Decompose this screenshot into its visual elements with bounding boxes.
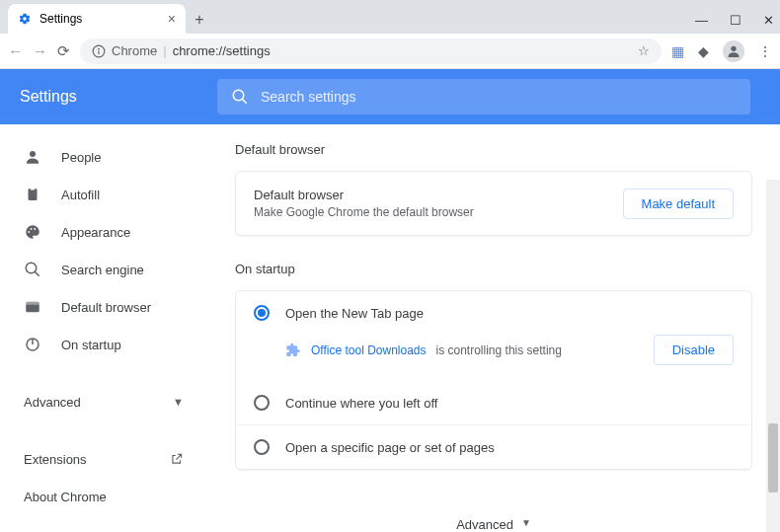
sidebar-item-search-engine[interactable]: Search engine — [0, 251, 207, 288]
forward-icon[interactable]: → — [33, 42, 47, 59]
section-default-browser: Default browser — [235, 142, 752, 157]
chevron-down-icon: ▼ — [521, 517, 531, 532]
sidebar-item-label: Default browser — [61, 300, 151, 315]
sidebar-item-label: On startup — [61, 338, 121, 352]
extension-puzzle-icon — [285, 342, 301, 358]
menu-icon[interactable]: ⋮ — [758, 43, 772, 59]
sidebar: People Autofill Appearance Search engine… — [0, 124, 207, 532]
settings-content: Default browser Default browser Make Goo… — [207, 124, 780, 532]
sidebar-item-label: Search engine — [61, 263, 144, 277]
svg-point-10 — [31, 228, 33, 230]
gear-icon — [18, 12, 32, 26]
svg-line-13 — [35, 271, 39, 276]
sidebar-about-label: About Chrome — [24, 490, 107, 504]
extension-controlling-row: Office tool Downloads is controlling thi… — [236, 335, 751, 381]
page-title: Settings — [20, 88, 178, 106]
search-input[interactable] — [261, 89, 737, 105]
sidebar-item-appearance[interactable]: Appearance — [0, 213, 207, 251]
url-divider: | — [163, 43, 166, 58]
site-info-icon — [92, 44, 106, 58]
clipboard-icon — [24, 186, 41, 203]
make-default-button[interactable]: Make default — [623, 189, 734, 219]
radio-open-new-tab[interactable]: Open the New Tab page — [236, 291, 751, 335]
url-scheme-label: Chrome — [112, 43, 157, 58]
radio-label: Continue where you left off — [285, 396, 437, 411]
extension2-icon[interactable]: ◆ — [698, 43, 709, 59]
advanced-footer-label: Advanced — [456, 517, 513, 532]
sidebar-advanced[interactable]: Advanced ▼ — [0, 383, 207, 420]
power-icon — [24, 336, 41, 353]
window-controls: — ☐ ✕ — [685, 13, 780, 34]
browser-icon — [24, 298, 41, 316]
default-browser-sub: Make Google Chrome the default browser — [254, 205, 474, 219]
sidebar-about-chrome[interactable]: About Chrome — [0, 478, 207, 515]
close-button[interactable]: ✕ — [763, 13, 774, 28]
palette-icon — [24, 223, 41, 241]
sidebar-item-label: Autofill — [61, 188, 100, 202]
address-bar: ← → ⟳ Chrome | chrome://settings ☆ ▦ ◆ ⋮ — [0, 34, 780, 69]
extension-suffix: is controlling this setting — [436, 343, 562, 357]
svg-point-4 — [233, 90, 244, 101]
svg-point-6 — [30, 151, 36, 157]
svg-rect-15 — [26, 302, 39, 305]
sidebar-extensions[interactable]: Extensions — [0, 440, 207, 478]
star-icon[interactable]: ☆ — [638, 43, 650, 58]
svg-point-12 — [26, 263, 37, 273]
url-text: chrome://settings — [173, 43, 271, 58]
maximize-button[interactable]: ☐ — [730, 13, 741, 28]
sidebar-item-on-startup[interactable]: On startup — [0, 326, 207, 363]
search-icon — [231, 88, 249, 106]
sidebar-advanced-label: Advanced — [24, 395, 81, 410]
browser-titlebar: Settings × + — ☐ ✕ — [0, 0, 780, 34]
radio-continue[interactable]: Continue where you left off — [236, 381, 751, 424]
sidebar-item-autofill[interactable]: Autofill — [0, 176, 207, 213]
extension1-icon[interactable]: ▦ — [671, 43, 684, 59]
advanced-footer[interactable]: Advanced ▼ — [235, 495, 752, 532]
scrollbar[interactable] — [766, 180, 780, 532]
sidebar-item-label: Appearance — [61, 225, 130, 240]
radio-icon[interactable] — [254, 305, 270, 321]
back-icon[interactable]: ← — [8, 42, 23, 59]
search-settings-box[interactable] — [217, 79, 750, 114]
extension-name[interactable]: Office tool Downloads — [311, 343, 427, 357]
card-default-browser: Default browser Make Google Chrome the d… — [235, 171, 752, 236]
svg-rect-7 — [29, 189, 38, 200]
sidebar-item-people[interactable]: People — [0, 138, 207, 176]
tab-close-icon[interactable]: × — [168, 11, 176, 27]
svg-point-1 — [98, 47, 100, 49]
card-on-startup: Open the New Tab page Office tool Downlo… — [235, 290, 752, 470]
person-icon — [24, 148, 41, 166]
minimize-button[interactable]: — — [695, 13, 708, 28]
omnibox[interactable]: Chrome | chrome://settings ☆ — [80, 38, 662, 64]
sidebar-extensions-label: Extensions — [24, 452, 87, 467]
sidebar-item-label: People — [61, 150, 101, 165]
default-browser-heading: Default browser — [254, 188, 474, 202]
profile-avatar-icon[interactable] — [723, 40, 744, 62]
radio-label: Open the New Tab page — [285, 306, 424, 321]
chevron-down-icon: ▼ — [173, 396, 184, 408]
radio-label: Open a specific page or set of pages — [285, 440, 495, 455]
tab-title: Settings — [39, 12, 82, 26]
browser-tab[interactable]: Settings × — [8, 4, 186, 34]
new-tab-button[interactable]: + — [186, 6, 213, 34]
scrollbar-thumb[interactable] — [768, 423, 778, 493]
svg-rect-8 — [31, 188, 36, 190]
search-icon — [24, 261, 41, 278]
external-link-icon — [170, 452, 184, 466]
sidebar-item-default-browser[interactable]: Default browser — [0, 288, 207, 326]
reload-icon[interactable]: ⟳ — [57, 42, 70, 60]
svg-point-9 — [28, 231, 30, 233]
radio-icon[interactable] — [254, 395, 270, 411]
svg-rect-2 — [98, 50, 99, 54]
svg-point-3 — [731, 45, 736, 50]
disable-button[interactable]: Disable — [654, 335, 734, 365]
radio-specific-page[interactable]: Open a specific page or set of pages — [236, 424, 751, 469]
settings-header: Settings — [0, 69, 780, 124]
svg-point-11 — [34, 228, 36, 230]
section-on-startup: On startup — [235, 262, 752, 276]
svg-line-5 — [242, 99, 247, 104]
radio-icon[interactable] — [254, 439, 270, 455]
